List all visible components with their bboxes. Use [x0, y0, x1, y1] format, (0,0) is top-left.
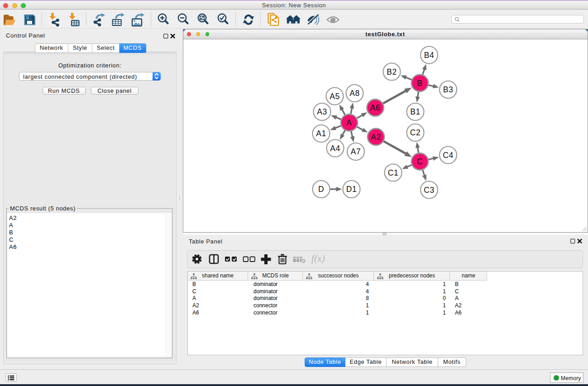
svg-text:D1: D1 [346, 185, 357, 194]
svg-text:A2: A2 [371, 133, 381, 142]
svg-text:A6: A6 [370, 103, 380, 112]
svg-text:B2: B2 [387, 67, 397, 76]
svg-text:A3: A3 [317, 107, 327, 116]
svg-text:B: B [417, 79, 422, 88]
svg-text:A: A [346, 118, 352, 127]
svg-text:A8: A8 [349, 89, 360, 98]
svg-text:C: C [416, 157, 422, 166]
svg-text:B3: B3 [443, 85, 453, 94]
svg-text:A1: A1 [316, 129, 326, 138]
svg-text:C4: C4 [443, 151, 454, 160]
svg-text:A4: A4 [330, 144, 340, 153]
svg-text:C2: C2 [410, 128, 421, 137]
svg-text:B1: B1 [410, 107, 421, 116]
svg-text:A5: A5 [330, 92, 340, 101]
svg-text:C1: C1 [387, 168, 398, 177]
svg-text:B4: B4 [424, 51, 434, 60]
svg-text:C3: C3 [424, 186, 435, 195]
svg-text:D: D [318, 185, 324, 194]
svg-text:A7: A7 [350, 147, 361, 156]
